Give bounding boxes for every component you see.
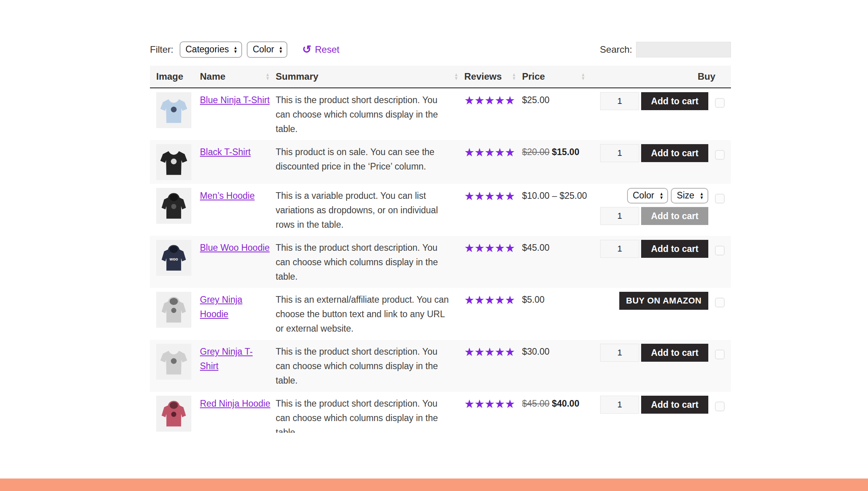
reset-filters-link[interactable]: ↺ Reset bbox=[302, 44, 339, 55]
reviews-cell: ★★★★★ ★★★★★ bbox=[464, 92, 522, 136]
product-name-link[interactable]: Blue Woo Hoodie bbox=[200, 243, 270, 253]
add-to-cart-button[interactable]: Add to cart bbox=[641, 144, 708, 162]
sort-icon[interactable]: ▲▼ bbox=[581, 73, 585, 80]
add-to-cart-button[interactable]: Add to cart bbox=[641, 396, 708, 414]
search-input[interactable] bbox=[636, 42, 731, 57]
stars-filled: ★★★★★ bbox=[464, 241, 522, 255]
quantity-input[interactable] bbox=[600, 144, 639, 162]
product-price: $10.00 – $25.00 bbox=[522, 188, 591, 232]
quantity-input[interactable] bbox=[600, 240, 639, 258]
variation-selects: Color ▲▼ Size ▲▼ bbox=[627, 188, 709, 204]
buy-checkbox[interactable] bbox=[715, 350, 725, 359]
stars-filled: ★★★★★ bbox=[464, 146, 516, 159]
buy-cell: ▲▼ ▲▼ Add to cart bbox=[591, 396, 708, 433]
product-summary: This product is on sale. You can see the… bbox=[276, 144, 464, 180]
categories-filter-value: Categories bbox=[185, 44, 229, 55]
filter-label: Filter: bbox=[150, 44, 173, 55]
column-header-buy: Buy bbox=[591, 71, 731, 82]
stars-filled: ★★★★★ bbox=[464, 94, 516, 107]
star-rating: ★★★★★ ★★★★★ bbox=[464, 396, 522, 411]
star-rating: ★★★★★ ★★★★★ bbox=[464, 240, 522, 255]
buy-checkbox[interactable] bbox=[715, 150, 725, 160]
product-price: $45.00$40.00 bbox=[522, 396, 591, 433]
quantity-input[interactable] bbox=[600, 92, 639, 110]
reviews-cell: ★★★★★ ★★★★★ bbox=[464, 188, 522, 232]
column-header-image: Image bbox=[150, 71, 200, 82]
add-to-cart-button[interactable]: Add to cart bbox=[641, 240, 708, 258]
product-row: Black T-Shirt This product is on sale. Y… bbox=[150, 140, 731, 184]
product-image bbox=[158, 293, 190, 326]
product-thumbnail[interactable] bbox=[156, 292, 191, 328]
product-thumbnail[interactable] bbox=[156, 344, 191, 380]
add-to-cart-button[interactable]: Add to cart bbox=[641, 344, 708, 362]
sort-icon[interactable]: ▲▼ bbox=[266, 73, 269, 80]
add-to-cart-button[interactable]: Add to cart bbox=[641, 207, 708, 225]
product-name-link[interactable]: Red Ninja Hoodie bbox=[200, 398, 270, 409]
product-thumbnail[interactable]: woo bbox=[156, 240, 191, 276]
buy-checkbox[interactable] bbox=[715, 98, 725, 108]
cart-line: Add to cart bbox=[600, 207, 708, 225]
table-body: Blue Ninja T-Shirt This is the product s… bbox=[150, 88, 731, 433]
image-cell bbox=[150, 144, 200, 180]
reviews-cell: ★★★★★ ★★★★★ bbox=[464, 240, 522, 284]
buy-checkbox[interactable] bbox=[715, 194, 725, 204]
column-header-name[interactable]: Name ▲▼ bbox=[200, 71, 276, 82]
search-label: Search: bbox=[600, 44, 632, 55]
reviews-cell: ★★★★★ ★★★★★ bbox=[464, 344, 522, 388]
quantity-input[interactable] bbox=[600, 396, 639, 414]
sort-icon[interactable]: ▲▼ bbox=[454, 73, 458, 80]
name-cell: Black T-Shirt bbox=[200, 144, 276, 180]
product-price: $25.00 bbox=[522, 92, 591, 136]
checkbox-cell bbox=[708, 396, 731, 433]
checkbox-cell bbox=[708, 92, 731, 136]
reviews-cell: ★★★★★ ★★★★★ bbox=[464, 144, 522, 180]
product-thumbnail[interactable] bbox=[156, 188, 191, 224]
color-variation-select[interactable]: Color ▲▼ bbox=[627, 188, 668, 204]
product-name-link[interactable]: Grey Ninja Hoodie bbox=[200, 295, 242, 319]
buy-checkbox[interactable] bbox=[715, 402, 725, 411]
product-thumbnail[interactable] bbox=[156, 396, 191, 432]
product-image bbox=[158, 94, 190, 127]
product-price: $5.00 bbox=[522, 292, 591, 336]
color-filter-select[interactable]: Color ▲▼ bbox=[247, 41, 287, 58]
product-price: $45.00 bbox=[522, 240, 591, 284]
color-filter-value: Color bbox=[253, 44, 274, 55]
product-thumbnail[interactable] bbox=[156, 144, 191, 180]
cart-line: Add to cart bbox=[600, 396, 708, 414]
quantity-input[interactable] bbox=[600, 207, 639, 225]
product-row: woo Blue Woo Hoodie This is the product … bbox=[150, 236, 731, 288]
categories-filter-select[interactable]: Categories ▲▼ bbox=[180, 41, 242, 58]
buy-cell: Color ▲▼ Size ▲▼ Add to cart bbox=[591, 188, 708, 232]
name-cell: Men’s Hoodie bbox=[200, 188, 276, 232]
buy-checkbox[interactable] bbox=[715, 246, 725, 255]
column-header-reviews[interactable]: Reviews ▲▼ bbox=[464, 71, 522, 82]
size-variation-select[interactable]: Size ▲▼ bbox=[671, 188, 708, 204]
reviews-cell: ★★★★★ ★★★★★ bbox=[464, 292, 522, 336]
name-cell: Blue Ninja T-Shirt bbox=[200, 92, 276, 136]
table-toolbar: Filter: Categories ▲▼ Color ▲▼ ↺ Reset S… bbox=[150, 41, 731, 58]
product-name-link[interactable]: Grey Ninja T-Shirt bbox=[200, 346, 253, 371]
buy-checkbox[interactable] bbox=[715, 298, 725, 307]
product-image: woo bbox=[158, 241, 190, 274]
table-header-row: Image Name ▲▼ Summary ▲▼ Reviews ▲▼ Pric… bbox=[150, 66, 731, 88]
product-name-link[interactable]: Men’s Hoodie bbox=[200, 191, 255, 201]
checkbox-cell bbox=[708, 240, 731, 284]
product-name-link[interactable]: Black T-Shirt bbox=[200, 147, 251, 157]
star-rating: ★★★★★ ★★★★★ bbox=[464, 92, 522, 107]
sort-icon[interactable]: ▲▼ bbox=[512, 73, 516, 80]
product-summary: This is the product short description. Y… bbox=[276, 344, 464, 388]
product-table-page: Filter: Categories ▲▼ Color ▲▼ ↺ Reset S… bbox=[150, 0, 731, 433]
reset-icon: ↺ bbox=[302, 45, 311, 54]
add-to-cart-button[interactable]: Add to cart bbox=[641, 92, 708, 110]
star-rating: ★★★★★ ★★★★★ bbox=[464, 292, 522, 307]
product-row: Red Ninja Hoodie This is the product sho… bbox=[150, 392, 731, 433]
product-thumbnail[interactable] bbox=[156, 92, 191, 128]
stars-filled: ★★★★★ bbox=[464, 189, 522, 203]
quantity-input[interactable] bbox=[600, 344, 639, 362]
buy-on-amazon-button[interactable]: BUY ON AMAZON bbox=[619, 292, 708, 310]
column-header-summary[interactable]: Summary ▲▼ bbox=[276, 71, 464, 82]
column-header-price[interactable]: Price ▲▼ bbox=[522, 71, 591, 82]
product-summary: This is an external/affiliate product. Y… bbox=[276, 292, 464, 336]
image-cell bbox=[150, 292, 200, 336]
product-name-link[interactable]: Blue Ninja T-Shirt bbox=[200, 95, 270, 105]
